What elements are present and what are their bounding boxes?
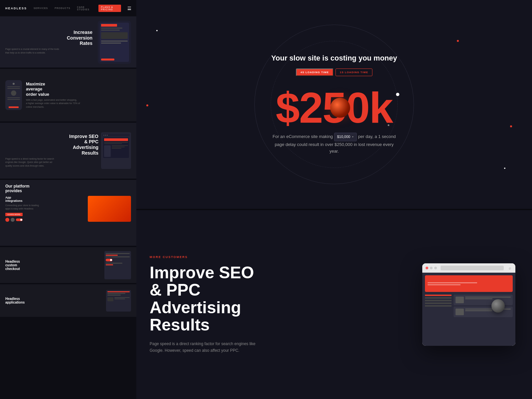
nav-services[interactable]: SERVICES	[34, 7, 48, 9]
panel-slow-site: Your slow site is costing you money 4S L…	[136, 0, 532, 209]
dot-top-left	[156, 30, 158, 31]
browser-big-mockup: ⌕	[422, 263, 515, 346]
card-seo-desc: Page speed is a direct ranking factor fo…	[5, 157, 101, 168]
apps-device	[106, 290, 131, 312]
hamburger-line-1	[128, 7, 131, 7]
seo-section-title: Improve SEO& PPCAdvertisingResults	[150, 264, 392, 334]
card-order-desc: With a fast page, automated and better s…	[26, 98, 131, 109]
seo-content-left: MORE CUSTOMERS Improve SEO& PPCAdvertisi…	[136, 210, 406, 399]
card-platform[interactable]: Our platformprovides Appintegrations Con…	[0, 180, 136, 246]
dot-top-right	[457, 40, 459, 42]
browser-dot-2	[434, 267, 437, 269]
card-thumb-2	[456, 309, 464, 315]
loading-tabs: 4S LOADING TIME 1S LOADING TIME	[271, 68, 397, 76]
sidebar-line-4	[425, 305, 452, 307]
checkout-title: Headlesscustomcheckout	[5, 260, 101, 271]
cards-container: IncreaseConversionRates Page speed is a …	[0, 17, 136, 399]
app-integrations-label: Appintegrations	[5, 196, 85, 202]
left-panel: HEADLESS SERVICES PRODUCTS CASE STUDIES …	[0, 0, 136, 399]
browser-sidebar	[425, 295, 452, 317]
hamburger-line-2	[128, 8, 131, 9]
right-panels: Your slow site is costing you money 4S L…	[136, 0, 532, 399]
browser-big-body	[422, 273, 515, 346]
browser-url-bar[interactable]	[441, 266, 504, 270]
phone-mockup	[5, 80, 22, 110]
dot-bottom-right	[504, 168, 505, 169]
checkout-device	[104, 251, 131, 279]
card-apps[interactable]: Headlessapplications	[0, 284, 136, 318]
dot-mid-right	[510, 125, 512, 127]
hamburger-line-3	[128, 9, 131, 10]
slow-site-title: Your slow site is costing you money	[271, 54, 397, 63]
browser-search-icon[interactable]: ⌕	[507, 266, 512, 270]
browser-globe	[491, 299, 505, 313]
satellite-dot	[396, 93, 399, 96]
sidebar-line-3	[425, 303, 452, 304]
platform-row-1: Appintegrations Connecting your store to…	[5, 196, 131, 222]
card-checkout[interactable]: Headlesscustomcheckout	[0, 247, 136, 284]
nav-products[interactable]: PRODUCTS	[55, 7, 70, 9]
hamburger-menu[interactable]	[128, 7, 131, 10]
card-line-1-1	[465, 297, 511, 298]
more-customers-label: MORE CUSTOMERS	[150, 255, 392, 259]
seo-visual-right: ⌕	[406, 210, 532, 399]
card-order-value[interactable]: Maximizeaverageorder value With a fast p…	[0, 69, 136, 122]
card-platform-title: Our platformprovides	[5, 184, 30, 196]
small-dot	[388, 124, 389, 126]
revenue-dropdown[interactable]: $10,000 ▼	[334, 133, 357, 141]
tab-4s-loading[interactable]: 4S LOADING TIME	[296, 68, 333, 76]
slow-site-content: Your slow site is costing you money 4S L…	[271, 54, 397, 155]
apps-title: Headlessapplications	[5, 297, 103, 304]
browser-dot-red	[426, 267, 428, 269]
card-seo-title: Improve SEO& PPCAdvertisingResults	[5, 134, 101, 156]
app-integrations-desc: Connecting your store to leadingapps is …	[5, 204, 85, 210]
browser-hero	[425, 275, 513, 292]
card-lines-1	[465, 297, 511, 299]
sidebar-line-1	[425, 297, 452, 299]
card-thumb-1	[456, 297, 464, 303]
card-seo[interactable]: Improve SEO& PPCAdvertisingResults Page …	[0, 123, 136, 179]
hero-line-2	[428, 284, 461, 285]
card-line-2-2	[465, 310, 492, 311]
card-conversion-desc: Page speed is a crucial element in many …	[5, 48, 95, 55]
slow-site-description: For an eCommerce site making $10,000 ▼ p…	[271, 133, 397, 155]
nav-pricing-button[interactable]: PLANS & PRICING	[98, 5, 121, 12]
sidebar-highlight-line	[425, 295, 452, 296]
sidebar-line-2	[425, 300, 452, 301]
dropdown-arrow-icon: ▼	[351, 135, 354, 139]
dot-left-mid	[146, 104, 148, 106]
globe-decoration	[330, 98, 350, 118]
logo: HEADLESS	[5, 7, 27, 10]
nav-case-studies[interactable]: CASE STUDIES	[77, 6, 92, 11]
card-seo-text: Improve SEO& PPCAdvertisingResults Page …	[5, 134, 101, 168]
learn-more-btn-1[interactable]: LEARN MORE	[5, 213, 23, 216]
navigation: HEADLESS SERVICES PRODUCTS CASE STUDIES …	[0, 0, 136, 17]
hero-line-1	[428, 282, 477, 283]
browser-mockup-small	[101, 132, 131, 169]
browser-big-bar: ⌕	[422, 263, 515, 273]
card-conversion[interactable]: IncreaseConversionRates Page speed is a …	[0, 17, 136, 68]
card-conversion-title: IncreaseConversionRates	[5, 30, 95, 46]
card-order-text: Maximizeaverageorder value With a fast p…	[26, 81, 131, 109]
seo-description: Page speed is a direct ranking factor fo…	[150, 340, 263, 354]
browser-dot-1	[430, 267, 433, 269]
tab-1s-loading[interactable]: 1S LOADING TIME	[335, 68, 372, 76]
card-order-title: Maximizeaverageorder value	[26, 81, 131, 97]
card-conversion-text: IncreaseConversionRates Page speed is a …	[5, 30, 95, 55]
panel-more-customers: MORE CUSTOMERS Improve SEO& PPCAdvertisi…	[136, 210, 532, 399]
orange-accent-block	[88, 196, 131, 222]
card-line-1-2	[465, 298, 492, 299]
